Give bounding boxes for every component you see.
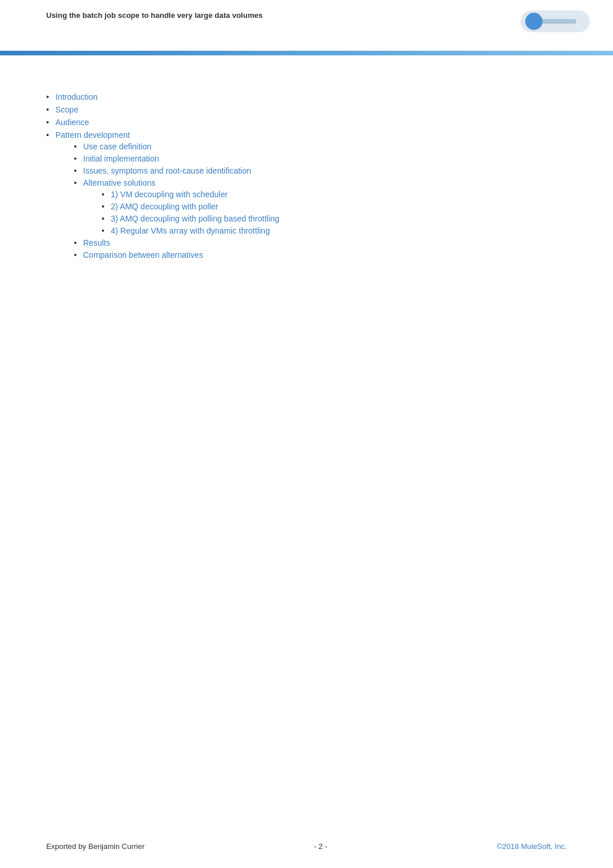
toc-item-comparison: Comparison between alternatives — [74, 250, 567, 260]
toc-link-comparison[interactable]: Comparison between alternatives — [83, 250, 203, 260]
toc-list: Introduction Scope Audience Pattern deve… — [46, 92, 567, 260]
toc-link-initial-impl[interactable]: Initial implementation — [83, 154, 159, 163]
footer: Exported by Benjamin Currier - 2 - ©2018… — [46, 842, 567, 851]
logo-circle — [525, 13, 543, 30]
page-container: Using the batch job scope to handle very… — [0, 0, 613, 868]
toc-item-alternative-solutions: Alternative solutions 1) VM decoupling w… — [74, 178, 567, 235]
footer-left: Exported by Benjamin Currier — [46, 842, 145, 851]
toc-item-issues: Issues, symptoms and root-cause identifi… — [74, 166, 567, 175]
toc-item-amq-poller: 2) AMQ decoupling with poller — [102, 202, 567, 211]
toc-link-scope[interactable]: Scope — [55, 105, 79, 114]
toc-item-audience: Audience — [46, 118, 567, 127]
svg-rect-0 — [541, 19, 576, 24]
toc-link-use-case[interactable]: Use case definition — [83, 142, 151, 151]
toc-item-use-case: Use case definition — [74, 142, 567, 151]
main-content: Introduction Scope Audience Pattern deve… — [46, 69, 567, 822]
toc-link-results[interactable]: Results — [83, 238, 110, 247]
toc-item-introduction: Introduction — [46, 92, 567, 102]
toc-link-alternative-solutions[interactable]: Alternative solutions — [83, 178, 155, 187]
toc-item-scope: Scope — [46, 105, 567, 114]
toc-list-level2: Use case definition Initial implementati… — [74, 142, 567, 260]
header-title-text: Using the batch job scope to handle very… — [46, 11, 263, 20]
toc-link-vm-decoupling[interactable]: 1) VM decoupling with scheduler — [111, 190, 227, 199]
toc-item-vm-decoupling: 1) VM decoupling with scheduler — [102, 190, 567, 199]
header-logo — [521, 10, 590, 32]
toc-link-issues[interactable]: Issues, symptoms and root-cause identifi… — [83, 166, 251, 175]
toc-list-level3: 1) VM decoupling with scheduler 2) AMQ d… — [102, 190, 567, 235]
footer-center: - 2 - — [314, 842, 327, 851]
toc-item-vms-dynamic: 4) Regular VMs array with dynamic thrott… — [102, 226, 567, 235]
footer-right: ©2018 MuleSoft, Inc. — [496, 842, 567, 851]
logo-text-svg — [541, 16, 588, 27]
toc-item-amq-throttling: 3) AMQ decoupling with polling based thr… — [102, 214, 567, 223]
toc-link-pattern-development[interactable]: Pattern development — [55, 130, 130, 140]
toc-item-results: Results — [74, 238, 567, 247]
header: Using the batch job scope to handle very… — [0, 0, 613, 52]
toc-link-audience[interactable]: Audience — [55, 118, 89, 127]
toc-link-vms-dynamic[interactable]: 4) Regular VMs array with dynamic thrott… — [111, 226, 270, 235]
toc-link-introduction[interactable]: Introduction — [55, 92, 98, 102]
header-divider — [0, 51, 613, 55]
header-title: Using the batch job scope to handle very… — [46, 10, 263, 21]
toc-item-pattern-development: Pattern development Use case definition … — [46, 130, 567, 260]
toc-link-amq-throttling[interactable]: 3) AMQ decoupling with polling based thr… — [111, 214, 279, 223]
toc-link-amq-poller[interactable]: 2) AMQ decoupling with poller — [111, 202, 218, 211]
toc-item-initial-impl: Initial implementation — [74, 154, 567, 163]
